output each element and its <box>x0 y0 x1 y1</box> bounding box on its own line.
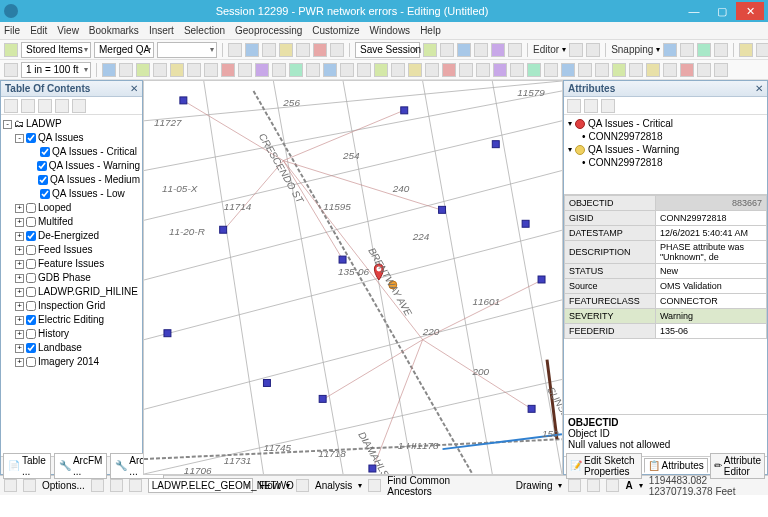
toc-layer-item[interactable]: +Electric Editing <box>3 313 140 327</box>
toc-layer-item[interactable]: +Imagery 2014 <box>3 355 140 369</box>
tool-icon[interactable] <box>102 63 116 77</box>
tool-icon[interactable] <box>491 43 505 57</box>
toc-layer-item[interactable]: +Multifed <box>3 215 140 229</box>
attr-tree-item[interactable]: • CONN29972818 <box>566 130 765 143</box>
save-session-combo[interactable]: Save Session <box>355 42 420 58</box>
tool-icon[interactable] <box>612 63 626 77</box>
snap-icon[interactable] <box>714 43 728 57</box>
attrs-tab[interactable]: ✏Attribute Editor <box>710 453 765 479</box>
snap-icon[interactable] <box>680 43 694 57</box>
tool-icon[interactable] <box>493 63 507 77</box>
editor-label[interactable]: Editor <box>533 44 559 55</box>
tool-icon[interactable] <box>440 43 454 57</box>
tool-icon[interactable] <box>527 63 541 77</box>
menu-selection[interactable]: Selection <box>184 25 225 36</box>
map-canvas[interactable]: 1157925611727254240117141159522411601220… <box>143 80 563 475</box>
attr-row[interactable]: SEVERITYWarning <box>565 309 767 324</box>
toc-layer-item[interactable]: +Inspection Grid <box>3 299 140 313</box>
attr-row[interactable]: STATUSNew <box>565 264 767 279</box>
attrs-feature-tree[interactable]: ▾ QA Issues - Critical• CONN29972818▾ QA… <box>564 115 767 195</box>
menu-insert[interactable]: Insert <box>149 25 174 36</box>
tool-icon[interactable] <box>330 43 344 57</box>
tool-icon[interactable] <box>629 63 643 77</box>
menu-geoprocessing[interactable]: Geoprocessing <box>235 25 302 36</box>
tool-icon[interactable] <box>279 43 293 57</box>
menu-customize[interactable]: Customize <box>312 25 359 36</box>
toc-tree[interactable]: -🗂LADWP -QA IssuesQA Issues - CriticalQA… <box>1 115 142 456</box>
menu-view[interactable]: View <box>57 25 79 36</box>
status-tool-icon[interactable] <box>91 479 104 492</box>
toc-tab[interactable]: 🔧ArcFM ... <box>54 453 107 479</box>
tool-icon[interactable] <box>457 43 471 57</box>
tool-icon[interactable] <box>423 43 437 57</box>
toc-layer-item[interactable]: QA Issues - Medium <box>3 173 140 187</box>
tool-icon[interactable] <box>442 63 456 77</box>
tool-icon[interactable] <box>739 43 753 57</box>
tool-icon[interactable] <box>508 43 522 57</box>
status-tool-icon[interactable] <box>587 479 600 492</box>
tool-icon[interactable] <box>119 63 133 77</box>
status-tool-icon[interactable] <box>23 479 36 492</box>
status-tool-icon[interactable] <box>368 479 381 492</box>
snapping-label[interactable]: Snapping <box>611 44 653 55</box>
tool-icon[interactable] <box>187 63 201 77</box>
attr-tree-item[interactable]: • CONN29972818 <box>566 156 765 169</box>
tool-icon[interactable] <box>569 43 583 57</box>
toc-layer-item[interactable]: +De-Energized <box>3 229 140 243</box>
menu-windows[interactable]: Windows <box>370 25 411 36</box>
status-tool-icon[interactable] <box>568 479 581 492</box>
layer-combo[interactable]: LADWP.ELEC_GEOM_NETWO <box>148 478 253 493</box>
tool-icon[interactable] <box>680 63 694 77</box>
tool-icon[interactable] <box>228 43 242 57</box>
toc-layer-item[interactable]: +LADWP.GRID_HILINE <box>3 285 140 299</box>
toc-layer-item[interactable]: QA Issues - Warning <box>3 159 140 173</box>
menu-edit[interactable]: Edit <box>30 25 47 36</box>
attrs-tool-icon[interactable] <box>567 99 581 113</box>
tool-icon[interactable] <box>306 63 320 77</box>
tool-icon[interactable] <box>170 63 184 77</box>
tool-icon[interactable] <box>255 63 269 77</box>
tool-icon[interactable] <box>153 63 167 77</box>
tool-icon[interactable] <box>313 43 327 57</box>
tool-icon[interactable] <box>4 43 18 57</box>
tool-icon[interactable] <box>425 63 439 77</box>
attr-tree-item[interactable]: ▾ QA Issues - Warning <box>566 143 765 156</box>
attr-tree-item[interactable]: ▾ QA Issues - Critical <box>566 117 765 130</box>
toc-layer-item[interactable]: +History <box>3 327 140 341</box>
toc-layer-item[interactable]: +Feature Issues <box>3 257 140 271</box>
attr-row[interactable]: DESCRIPTIONPHASE attribute was "Unknown"… <box>565 241 767 264</box>
tool-icon[interactable] <box>595 63 609 77</box>
toc-close-icon[interactable]: ✕ <box>130 83 138 94</box>
tool-icon[interactable] <box>544 63 558 77</box>
tool-icon[interactable] <box>289 63 303 77</box>
attrs-grid[interactable]: OBJECTID883667GISIDCONN29972818DATESTAMP… <box>564 195 767 414</box>
toc-tool-icon[interactable] <box>38 99 52 113</box>
find-ancestors-label[interactable]: Find Common Ancestors <box>387 475 472 495</box>
tool-icon[interactable] <box>391 63 405 77</box>
tool-icon[interactable] <box>459 63 473 77</box>
tool-icon[interactable] <box>714 63 728 77</box>
attrs-tool-icon[interactable] <box>601 99 615 113</box>
tool-icon[interactable] <box>646 63 660 77</box>
tool-icon[interactable] <box>323 63 337 77</box>
status-tool-icon[interactable] <box>110 479 123 492</box>
tool-icon[interactable] <box>272 63 286 77</box>
attr-row[interactable]: OBJECTID883667 <box>565 196 767 211</box>
tool-icon[interactable] <box>357 63 371 77</box>
toc-layer-item[interactable]: QA Issues - Critical <box>3 145 140 159</box>
status-tool-icon[interactable] <box>296 479 309 492</box>
tool-icon[interactable] <box>296 43 310 57</box>
tool-icon[interactable] <box>756 43 768 57</box>
toc-tool-icon[interactable] <box>21 99 35 113</box>
attr-row[interactable]: GISIDCONN29972818 <box>565 211 767 226</box>
drawing-button[interactable]: Drawing <box>516 480 553 491</box>
tool-icon[interactable] <box>238 63 252 77</box>
toc-tool-icon[interactable] <box>55 99 69 113</box>
menu-file[interactable]: File <box>4 25 20 36</box>
tool-icon[interactable] <box>221 63 235 77</box>
toc-tool-icon[interactable] <box>72 99 86 113</box>
tool-icon[interactable] <box>136 63 150 77</box>
options-button[interactable]: Options... <box>42 480 85 491</box>
attrs-tool-icon[interactable] <box>584 99 598 113</box>
merged-qa-combo[interactable]: Merged QA <box>94 42 154 58</box>
